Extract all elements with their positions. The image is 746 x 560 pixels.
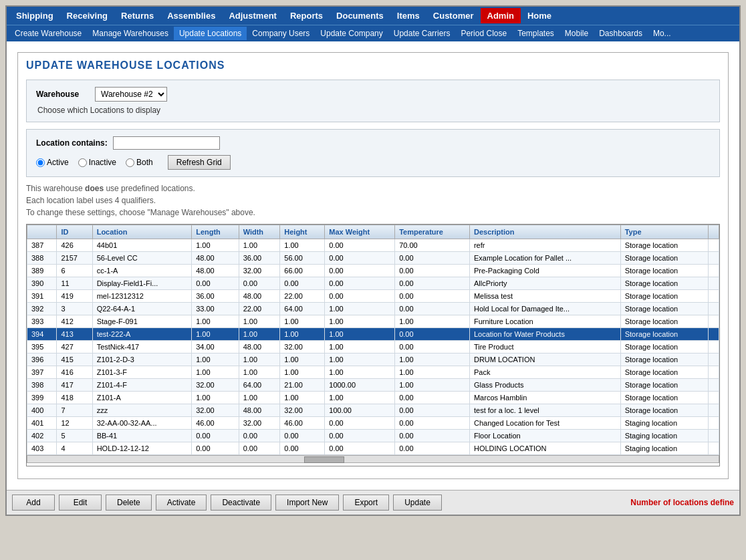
col-id[interactable]: ID: [57, 225, 92, 239]
nav-receiving[interactable]: Receiving: [60, 8, 114, 23]
subnav-period-close[interactable]: Period Close: [455, 27, 512, 40]
nav-admin[interactable]: Admin: [481, 8, 521, 23]
radio-both[interactable]: Both: [126, 158, 153, 167]
nav-customer[interactable]: Customer: [426, 8, 481, 23]
nav-reports[interactable]: Reports: [283, 8, 330, 23]
refresh-grid-button[interactable]: Refresh Grid: [168, 155, 231, 170]
col-length[interactable]: Length: [192, 225, 239, 239]
table-row[interactable]: 399418Z101-A1.001.001.001.000.00Marcos H…: [27, 392, 719, 404]
bottom-toolbar: Add Edit Delete Activate Deactivate Impo…: [7, 490, 739, 515]
location-contains-label: Location contains:: [36, 138, 108, 148]
nav-assemblies[interactable]: Assemblies: [160, 8, 222, 23]
table-row[interactable]: 393412Stage-F-0911.001.001.001.001.00Fur…: [27, 315, 719, 328]
table-row[interactable]: 4025BB-410.000.000.000.000.00Floor Locat…: [27, 430, 719, 442]
nav-adjustment[interactable]: Adjustment: [222, 8, 283, 23]
subnav-update-company[interactable]: Update Company: [315, 27, 388, 40]
col-height[interactable]: Height: [280, 225, 325, 239]
table-row[interactable]: 3896cc-1-A48.0032.0066.000.000.00Pre-Pac…: [27, 265, 719, 277]
col-description[interactable]: Description: [469, 225, 620, 239]
subnav-update-locations[interactable]: Update Locations: [174, 27, 247, 40]
info-text: This warehouse does use predefined locat…: [26, 182, 720, 219]
nav-items[interactable]: Items: [390, 8, 426, 23]
subnav-more[interactable]: Mo...: [648, 27, 676, 40]
col-max-weight[interactable]: Max Weight: [325, 225, 395, 239]
col-scroll: [709, 225, 719, 239]
sub-navigation: Create Warehouse Manage Warehouses Updat…: [7, 25, 739, 41]
table-row[interactable]: 4011232-AA-00-32-AA...46.0032.0046.000.0…: [27, 417, 719, 430]
update-button[interactable]: Update: [393, 495, 442, 511]
location-contains-input[interactable]: [113, 136, 220, 150]
locations-count: Number of locations define: [630, 498, 734, 507]
delete-button[interactable]: Delete: [106, 495, 152, 511]
radio-inactive[interactable]: Inactive: [78, 158, 116, 167]
table-row[interactable]: 388215756-Level CC48.0036.0056.000.000.0…: [27, 252, 719, 265]
warehouse-panel: Warehouse Warehouse #2 Choose which Loca…: [26, 80, 720, 122]
import-new-button[interactable]: Import New: [275, 495, 339, 511]
warehouse-label: Warehouse: [36, 90, 90, 99]
table-row[interactable]: 397416Z101-3-F1.001.001.001.001.00PackSt…: [27, 366, 719, 379]
table-row[interactable]: 395427TestNick-41734.0048.0032.001.000.0…: [27, 341, 719, 354]
top-navigation: Shipping Receiving Returns Assemblies Ad…: [7, 7, 739, 25]
table-row[interactable]: 391419mel-1231231236.0048.0022.000.000.0…: [27, 290, 719, 303]
col-num: [27, 225, 57, 239]
horizontal-scrollbar[interactable]: [27, 455, 719, 463]
activate-button[interactable]: Activate: [156, 495, 207, 511]
nav-shipping[interactable]: Shipping: [9, 8, 60, 23]
choose-locations-text: Choose which Locations to display: [37, 106, 710, 115]
subnav-company-users[interactable]: Company Users: [247, 27, 315, 40]
col-location[interactable]: Location: [92, 225, 192, 239]
subnav-create-warehouse[interactable]: Create Warehouse: [9, 27, 87, 40]
nav-documents[interactable]: Documents: [330, 8, 390, 23]
nav-returns[interactable]: Returns: [114, 8, 160, 23]
col-width[interactable]: Width: [239, 225, 280, 239]
add-button[interactable]: Add: [12, 495, 55, 511]
nav-home[interactable]: Home: [521, 8, 558, 23]
radio-active[interactable]: Active: [36, 158, 69, 167]
page-title: Update Warehouse Locations: [26, 59, 720, 72]
subnav-update-carriers[interactable]: Update Carriers: [388, 27, 456, 40]
deactivate-button[interactable]: Deactivate: [211, 495, 271, 511]
table-row[interactable]: 4034HOLD-12-12-120.000.000.000.000.00HOL…: [27, 442, 719, 455]
table-row[interactable]: 4007zzz32.0048.0032.00100.000.00test for…: [27, 404, 719, 417]
locations-table: ID Location Length Width Height Max Weig…: [27, 225, 719, 455]
locations-grid: ID Location Length Width Height Max Weig…: [26, 224, 720, 466]
table-row[interactable]: 38742644b011.001.001.000.0070.00refrStor…: [27, 239, 719, 252]
location-filter-panel: Location contains: Active Inactive: [26, 129, 720, 177]
col-type[interactable]: Type: [620, 225, 708, 239]
edit-button[interactable]: Edit: [59, 495, 102, 511]
subnav-dashboards[interactable]: Dashboards: [594, 27, 648, 40]
warehouse-select[interactable]: Warehouse #2: [95, 87, 167, 102]
table-row[interactable]: 398417Z101-4-F32.0064.0021.001000.001.00…: [27, 379, 719, 392]
table-row[interactable]: 39011Display-Field1-Fi...0.000.000.000.0…: [27, 277, 719, 290]
subnav-mobile[interactable]: Mobile: [560, 27, 594, 40]
table-row[interactable]: 3923Q22-64-A-133.0022.0064.001.000.00Hol…: [27, 303, 719, 315]
export-button[interactable]: Export: [343, 495, 389, 511]
table-row[interactable]: 394413test-222-A1.001.001.001.000.00Loca…: [27, 328, 719, 341]
col-temperature[interactable]: Temperature: [395, 225, 470, 239]
scrollbar-thumb[interactable]: [304, 456, 344, 463]
table-row[interactable]: 396415Z101-2-D-31.001.001.001.001.00DRUM…: [27, 354, 719, 366]
subnav-templates[interactable]: Templates: [512, 27, 560, 40]
subnav-manage-warehouses[interactable]: Manage Warehouses: [87, 27, 174, 40]
main-content: Update Warehouse Locations Warehouse War…: [7, 41, 739, 490]
